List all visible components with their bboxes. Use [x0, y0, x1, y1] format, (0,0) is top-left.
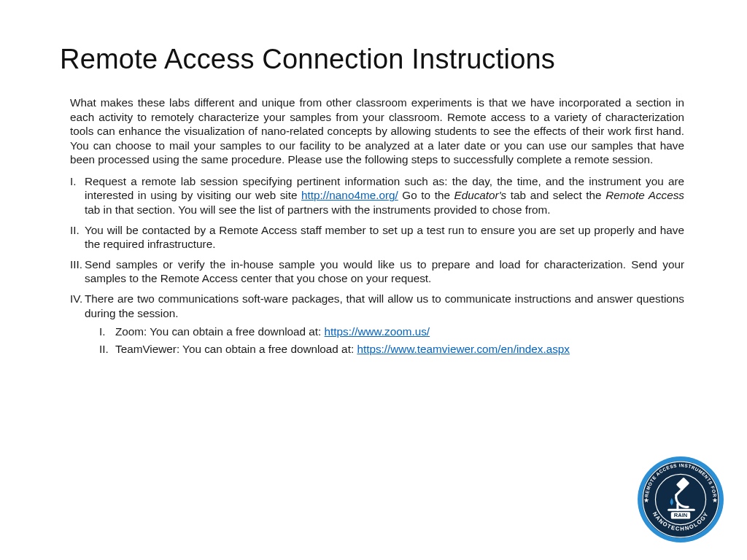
- step-number: I.: [70, 174, 77, 189]
- steps-list: I. Request a remote lab session specifyi…: [70, 174, 684, 356]
- step-text: There are two communications soft-ware p…: [85, 292, 684, 319]
- software-zoom: I. Zoom: You can obtain a free download …: [99, 324, 684, 339]
- rain-logo-badge: REMOTE ACCESS INSTRUMENTS FOR NANOTECHNO…: [636, 455, 725, 544]
- remote-access-tab-label: Remote Access: [605, 189, 684, 201]
- educators-tab-label: Educator's: [454, 189, 506, 201]
- svg-text:★: ★: [712, 497, 718, 504]
- badge-center-label: RAIN: [674, 512, 688, 518]
- step-text: You will be contacted by a Remote Access…: [85, 224, 684, 251]
- page-title: Remote Access Connection Instructions: [60, 44, 689, 75]
- step-text: Send samples or verify the in-house samp…: [85, 258, 684, 285]
- software-list: I. Zoom: You can obtain a free download …: [99, 324, 684, 356]
- nano4me-link[interactable]: http://nano4me.org/: [301, 189, 398, 201]
- step-1: I. Request a remote lab session specifyi…: [70, 174, 684, 217]
- sub-number: II.: [99, 342, 109, 357]
- step-text: tab and select the: [506, 189, 605, 201]
- step-text: tab in that section. You will see the li…: [85, 203, 551, 216]
- sub-number: I.: [99, 324, 106, 339]
- teamviewer-link[interactable]: https://www.teamviewer.com/en/index.aspx: [357, 343, 570, 355]
- zoom-link[interactable]: https://www.zoom.us/: [325, 325, 430, 338]
- step-2: II. You will be contacted by a Remote Ac…: [70, 223, 684, 252]
- sub-text: Zoom: You can obtain a free download at:: [115, 325, 325, 338]
- step-number: III.: [70, 257, 82, 272]
- step-text: Go to the: [398, 189, 454, 201]
- intro-paragraph: What makes these labs different and uniq…: [70, 96, 684, 167]
- step-4: IV. There are two communications soft-wa…: [70, 292, 684, 356]
- software-teamviewer: II. TeamViewer: You can obtain a free do…: [99, 342, 684, 357]
- svg-text:★: ★: [643, 497, 649, 504]
- sub-text: TeamViewer: You can obtain a free downlo…: [115, 343, 357, 355]
- step-number: IV.: [70, 292, 82, 306]
- step-number: II.: [70, 223, 80, 238]
- step-3: III. Send samples or verify the in-house…: [70, 257, 684, 286]
